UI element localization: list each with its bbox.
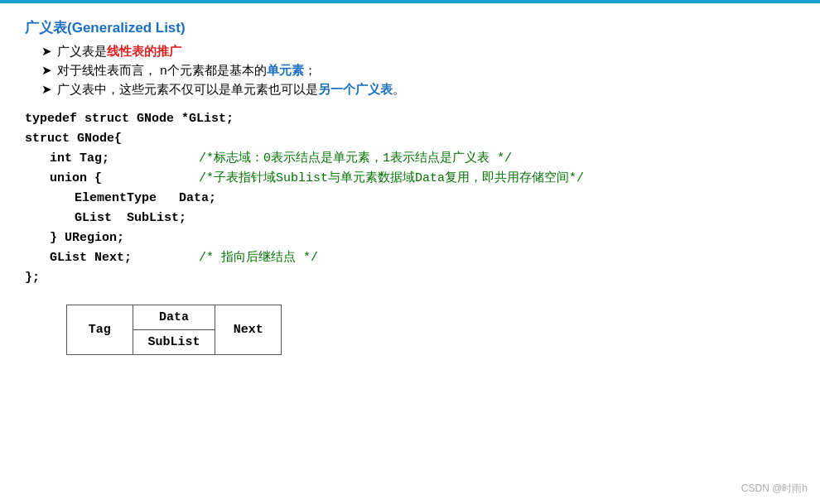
code-line-5: ElementType Data; xyxy=(75,189,795,209)
code-comment-4: /*子表指针域Sublist与单元素数据域Data复用，即共用存储空间*/ xyxy=(199,169,584,189)
bullet-text-3: 广义表中，这些元素不仅可以是单元素也可以是另一个广义表。 xyxy=(57,82,405,98)
tag-cell: Tag xyxy=(67,305,133,355)
code-block: typedef struct GNode *GList; struct GNod… xyxy=(25,109,795,288)
bullet-list: ➤ 广义表是线性表的推广 ➤ 对于线性表而言， n个元素都是基本的单元素； ➤ … xyxy=(41,44,795,98)
bullet-item-1: ➤ 广义表是线性表的推广 xyxy=(41,44,795,60)
main-content: 广义表(Generalized List) ➤ 广义表是线性表的推广 ➤ 对于线… xyxy=(25,18,795,355)
code-keyword-3: int Tag; xyxy=(50,149,199,169)
code-line-7: } URegion; xyxy=(50,228,795,248)
section-title: 广义表(Generalized List) xyxy=(25,18,795,37)
bullet-arrow-1: ➤ xyxy=(41,44,52,59)
code-line-6: GList SubList; xyxy=(75,209,795,228)
sublist-cell: SubList xyxy=(133,330,215,355)
code-line-4: union { /*子表指针域Sublist与单元素数据域Data复用，即共用存… xyxy=(50,169,795,189)
code-line-1: typedef struct GNode *GList; xyxy=(25,109,795,129)
bullet-arrow-2: ➤ xyxy=(41,63,52,78)
code-comment-8: /* 指向后继结点 */ xyxy=(199,248,318,268)
code-line-9: }; xyxy=(25,268,795,288)
code-comment-3: /*标志域：0表示结点是单元素，1表示结点是广义表 */ xyxy=(199,149,512,169)
struct-table: Tag Data Next SubList xyxy=(66,305,282,355)
watermark: CSDN @时雨h xyxy=(741,482,808,496)
table-row-1: Tag Data Next xyxy=(67,305,282,330)
next-cell: Next xyxy=(215,305,282,355)
table-section: Tag Data Next SubList xyxy=(66,305,795,355)
code-keyword-8: GList Next; xyxy=(50,248,199,268)
bullet-text-2: 对于线性表而言， n个元素都是基本的单元素； xyxy=(57,63,316,79)
data-cell: Data xyxy=(133,305,215,330)
code-keyword-4: union { xyxy=(50,169,199,189)
bullet-item-2: ➤ 对于线性表而言， n个元素都是基本的单元素； xyxy=(41,63,795,79)
code-line-8: GList Next; /* 指向后继结点 */ xyxy=(50,248,795,268)
bullet-item-3: ➤ 广义表中，这些元素不仅可以是单元素也可以是另一个广义表。 xyxy=(41,82,795,98)
bullet-text-1: 广义表是线性表的推广 xyxy=(57,44,181,60)
top-border xyxy=(0,0,820,3)
bullet-arrow-3: ➤ xyxy=(41,82,52,97)
code-line-3: int Tag; /*标志域：0表示结点是单元素，1表示结点是广义表 */ xyxy=(50,149,795,169)
code-line-2: struct GNode{ xyxy=(25,129,795,149)
